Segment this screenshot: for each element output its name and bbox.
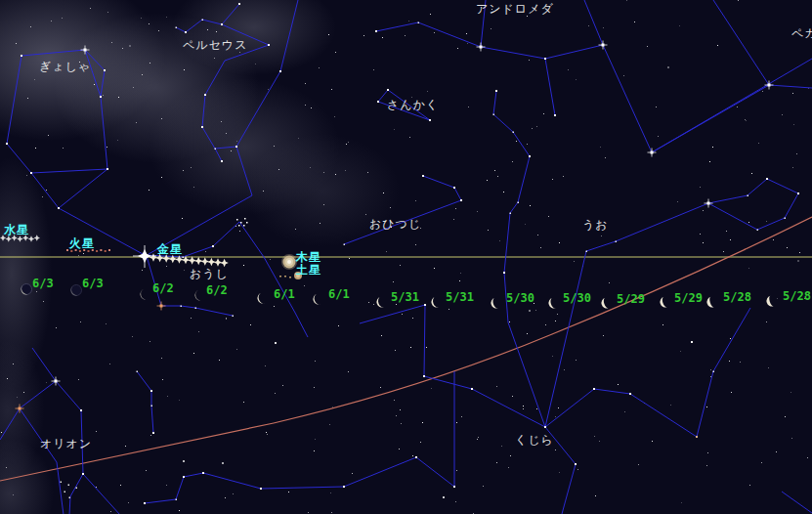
moon-date-label: 5/29 xyxy=(674,291,703,305)
planet-label-mars[interactable]: 火星 xyxy=(69,236,95,252)
constellation-label-pegasus: ペガ xyxy=(791,25,812,42)
moon-date-label: 5/28 xyxy=(783,289,811,303)
planet-label-saturn[interactable]: 土星 xyxy=(296,262,321,278)
constellation-label-triangulum: さんかく xyxy=(387,97,439,113)
moon-date-label: 6/3 xyxy=(32,277,54,290)
planet-label-mercury[interactable]: 水星 xyxy=(4,222,29,238)
moon-date-label: 5/30 xyxy=(506,291,534,305)
constellation-label-aries: おひつじ xyxy=(369,216,421,233)
constellation-label-auriga: ぎょしゃ xyxy=(39,59,91,75)
moon-date-label: 5/28 xyxy=(723,290,751,304)
moon-date-label: 6/2 xyxy=(152,281,174,295)
constellation-label-pisces: うお xyxy=(582,217,609,234)
planet-label-venus[interactable]: 金星 xyxy=(157,241,183,258)
sky-map[interactable]: 6/36/36/26/26/16/15/315/315/305/305/295/… xyxy=(0,0,812,514)
moon-date-label: 5/29 xyxy=(617,292,645,306)
moon-date-label: 5/31 xyxy=(391,290,419,304)
constellation-label-taurus: おうし xyxy=(190,266,229,282)
constellation-label-cetus: くじら xyxy=(515,432,554,449)
moon-date-label: 5/30 xyxy=(563,291,591,305)
constellation-label-orion: オリオン xyxy=(40,436,92,452)
moon-date-label: 6/1 xyxy=(274,287,295,301)
constellation-label-perseus: ペルセウス xyxy=(183,37,247,54)
constellation-label-andromeda: アンドロメダ xyxy=(476,1,554,18)
labels-layer: 6/36/36/26/26/16/15/315/315/305/305/295/… xyxy=(0,0,812,514)
moon-date-label: 6/1 xyxy=(328,287,350,301)
moon-date-label: 5/31 xyxy=(446,290,474,304)
moon-date-label: 6/2 xyxy=(206,283,228,297)
moon-date-label: 6/3 xyxy=(82,277,104,290)
